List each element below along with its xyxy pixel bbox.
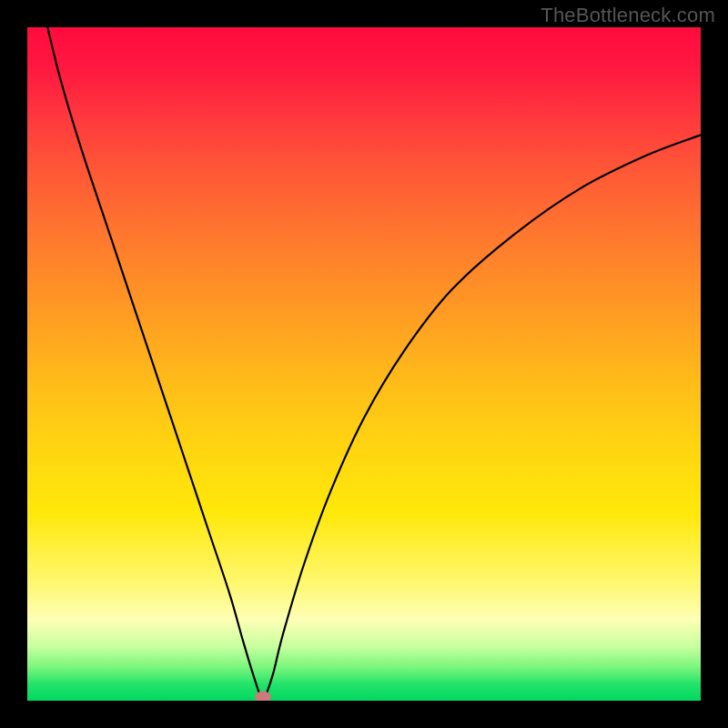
- bottleneck-curve: [27, 27, 701, 701]
- plot-area: [27, 27, 701, 701]
- optimal-point-marker: [255, 692, 271, 702]
- watermark-text: TheBottleneck.com: [541, 4, 715, 27]
- chart-frame: TheBottleneck.com: [0, 0, 728, 728]
- curve-path: [47, 27, 701, 701]
